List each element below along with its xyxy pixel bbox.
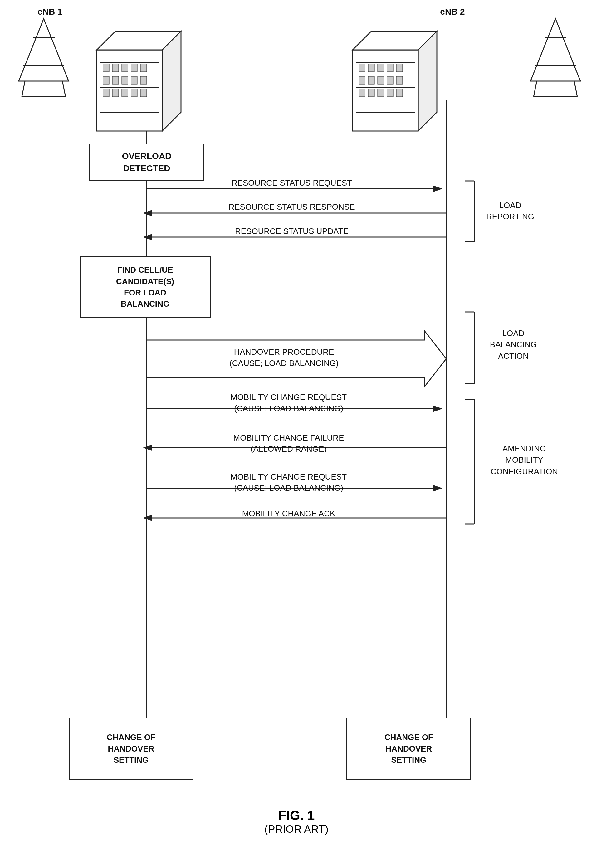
svg-rect-58 [359,76,365,84]
svg-marker-69 [418,31,437,131]
mobility-change-request-1-label: MOBILITY CHANGE REQUEST(CAUSE; LOAD BALA… [153,391,424,414]
mobility-change-ack-label: MOBILITY CHANGE ACK [153,509,424,519]
svg-rect-54 [368,64,375,72]
svg-line-44 [534,81,537,97]
svg-rect-63 [359,89,365,97]
svg-rect-24 [103,76,109,84]
svg-rect-29 [103,89,109,97]
svg-rect-55 [378,64,384,72]
svg-rect-62 [396,76,402,84]
amending-mobility-label: AMENDINGMOBILITYCONFIGURATION [479,443,570,477]
mobility-change-request-2-label: MOBILITY CHANGE REQUEST(CAUSE; LOAD BALA… [153,471,424,494]
overload-detected-box: OVERLOADDETECTED [89,144,204,181]
fig-label: FIG. 1 (PRIOR ART) [234,808,359,835]
enb1-label: eNB 1 [19,6,81,17]
svg-rect-22 [131,64,137,72]
change-handover-enb2-box: CHANGE OFHANDOVERSETTING [347,718,471,780]
resource-status-response-label: RESOURCE STATUS RESPONSE [156,202,427,212]
svg-marker-68 [353,31,437,50]
svg-rect-26 [122,76,128,84]
svg-marker-4 [19,19,69,81]
svg-rect-27 [131,76,137,84]
mobility-change-failure-label: MOBILITY CHANGE FAILURE(ALLOWED RANGE) [153,432,424,455]
svg-line-10 [22,81,25,97]
svg-rect-65 [378,89,384,97]
svg-marker-35 [162,31,181,131]
svg-rect-28 [141,76,147,84]
svg-line-11 [62,81,65,97]
svg-line-5 [19,19,44,81]
enb2-label: eNB 2 [421,6,484,17]
load-reporting-label: LOADREPORTING [479,200,542,223]
resource-status-request-label: RESOURCE STATUS REQUEST [156,178,427,189]
svg-rect-53 [359,64,365,72]
svg-rect-21 [122,64,128,72]
change-handover-enb1-box: CHANGE OFHANDOVERSETTING [69,718,193,780]
svg-rect-32 [131,89,137,97]
svg-line-39 [531,19,556,81]
svg-rect-66 [387,89,393,97]
svg-rect-23 [141,64,147,72]
svg-line-40 [556,19,580,81]
svg-line-6 [44,19,69,81]
svg-rect-61 [387,76,393,84]
svg-rect-59 [368,76,375,84]
svg-rect-57 [396,64,402,72]
svg-rect-20 [112,64,119,72]
handover-procedure-label: HANDOVER PROCEDURE(CAUSE; LOAD BALANCING… [153,346,415,369]
resource-status-update-label: RESOURCE STATUS UPDATE [156,226,427,237]
svg-rect-30 [112,89,119,97]
svg-rect-13 [97,50,162,131]
find-cell-ue-box: FIND CELL/UECANDIDATE(S)FOR LOADBALANCIN… [80,256,210,318]
svg-rect-64 [368,89,375,97]
svg-rect-60 [378,76,384,84]
svg-rect-67 [396,89,402,97]
svg-marker-38 [531,19,580,81]
svg-rect-19 [103,64,109,72]
svg-line-45 [574,81,577,97]
svg-rect-31 [122,89,128,97]
diagram: eNB 1 eNB 2 OVERLOADDETECTED RESOURCE ST… [0,0,616,857]
svg-marker-34 [97,31,181,50]
svg-rect-47 [353,50,418,131]
svg-rect-56 [387,64,393,72]
load-balancing-action-label: LOADBALANCINGACTION [479,328,548,362]
svg-rect-33 [141,89,147,97]
svg-rect-25 [112,76,119,84]
